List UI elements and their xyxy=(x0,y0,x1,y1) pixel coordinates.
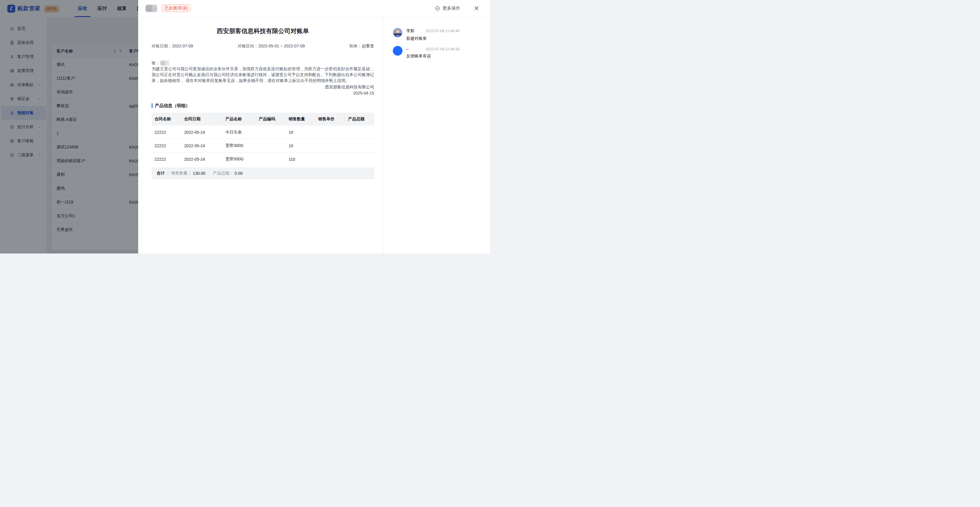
statement-range: 对账区间：2022-05-01 ~ 2022-07-09 xyxy=(238,43,305,49)
total-divider: | xyxy=(167,171,169,176)
product-column-header: 产品编码 xyxy=(256,113,286,126)
product-cell: 10 xyxy=(286,130,315,135)
more-icon xyxy=(435,6,440,11)
reconciliation-drawer: 已反馈(有误) 更多操作 西安朋客信息科技有限公司对账单 对账日期：2022-0… xyxy=(138,0,490,253)
product-column-header: 销售数量 xyxy=(286,113,315,126)
product-table-total: 合计 | 销售数量： 130.00 产品总额： 0.00 xyxy=(152,167,374,179)
product-cell: 宽带300G xyxy=(223,143,256,148)
history-timestamp: 2022-07-09 12:44:40 xyxy=(426,29,460,33)
statement-body-text: 为建立贵公司与我公司更加诚信的业务伙伴关系，加强双方应收及应付账款的管理，为双方… xyxy=(152,66,374,83)
product-table-rows: 222222022-05-24今日头条10222222022-05-24宽带30… xyxy=(152,126,374,166)
history-timestamp: 2022-07-09 12:46:43 xyxy=(426,47,460,51)
product-cell: 宽带500G xyxy=(223,157,256,162)
history-user-name: 李辉 xyxy=(406,29,414,34)
product-column-header: 合同名称 xyxy=(152,113,181,126)
history-item: 无忧李辉2022-07-09 12:44:40新建对账单 xyxy=(393,28,460,41)
status-badge: 已反馈(有误) xyxy=(162,5,191,12)
product-column-header: 产品名称 xyxy=(223,113,256,126)
statement-date: 对账日期：2022-07-09 xyxy=(152,43,193,49)
product-cell: 10 xyxy=(286,143,315,148)
issue-date: 2025-04-15 xyxy=(152,90,374,96)
issuer-company: 西安朋客信息科技有限公司 xyxy=(152,84,374,90)
section-accent-bar xyxy=(152,103,153,108)
statement-title: 西安朋客信息科技有限公司对账单 xyxy=(152,27,374,35)
product-section-title: 产品信息（明细） xyxy=(152,102,374,109)
user-avatar-placeholder xyxy=(393,46,402,56)
history-item: –2022-07-09 12:46:43反馈账单有误 xyxy=(393,46,460,59)
product-cell: 2022-05-24 xyxy=(181,157,223,162)
product-cell: 今日头条 xyxy=(223,130,256,135)
product-cell: 22222 xyxy=(152,157,181,162)
statement-meta: 对账日期：2022-07-09 对账区间：2022-05-01 ~ 2022-0… xyxy=(152,43,374,49)
product-row: 222222022-05-24今日头条10 xyxy=(152,126,374,139)
history-user-name: – xyxy=(406,46,409,51)
more-actions-button[interactable]: 更多操作 xyxy=(435,6,460,11)
product-column-header: 产品总额 xyxy=(345,113,374,126)
product-table: 合同名称合同日期产品名称产品编码销售数量销售单价产品总额 222222022-0… xyxy=(152,113,374,179)
history-timeline: 无忧李辉2022-07-09 12:44:40新建对账单–2022-07-09 … xyxy=(383,17,490,253)
product-column-header: 合同日期 xyxy=(181,113,223,126)
product-row: 222222022-05-24宽带500G110 xyxy=(152,153,374,166)
product-cell: 22222 xyxy=(152,130,181,135)
history-action: 反馈账单有误 xyxy=(406,54,460,59)
product-column-header: 销售单价 xyxy=(315,113,345,126)
product-cell: 110 xyxy=(286,157,315,162)
redacted-customer-name xyxy=(145,5,157,12)
more-actions-label: 更多操作 xyxy=(442,6,460,11)
user-avatar: 无忧 xyxy=(393,28,402,38)
history-action: 新建对账单 xyxy=(406,36,460,41)
product-row: 222222022-05-24宽带300G10 xyxy=(152,139,374,153)
statement-maker: 制单：赵重普 xyxy=(350,43,374,49)
statement-document: 西安朋客信息科技有限公司对账单 对账日期：2022-07-09 对账区间：202… xyxy=(138,17,383,253)
product-cell: 22222 xyxy=(152,143,181,148)
product-cell: 2022-05-24 xyxy=(181,143,223,148)
salutation-line: 致： xyxy=(152,60,374,66)
product-cell: 2022-05-24 xyxy=(181,130,223,135)
drawer-header: 已反馈(有误) 更多操作 xyxy=(138,0,490,17)
redacted-recipient xyxy=(161,60,169,65)
avatar-watermark: 无忧 xyxy=(393,35,402,37)
close-button[interactable] xyxy=(474,5,479,11)
close-icon xyxy=(474,5,479,11)
product-table-header: 合同名称合同日期产品名称产品编码销售数量销售单价产品总额 xyxy=(152,113,374,126)
